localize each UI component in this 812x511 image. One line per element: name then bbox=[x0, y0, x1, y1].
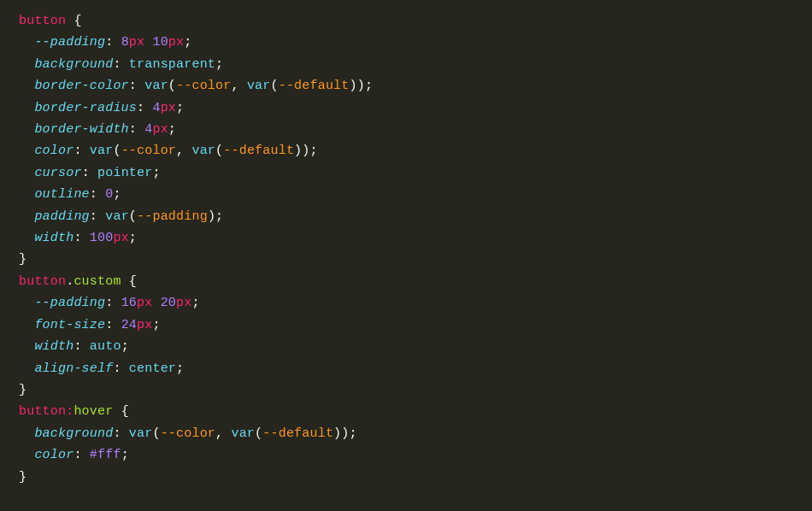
css-code-block: button { --padding: 8px 10px; background… bbox=[19, 10, 793, 488]
